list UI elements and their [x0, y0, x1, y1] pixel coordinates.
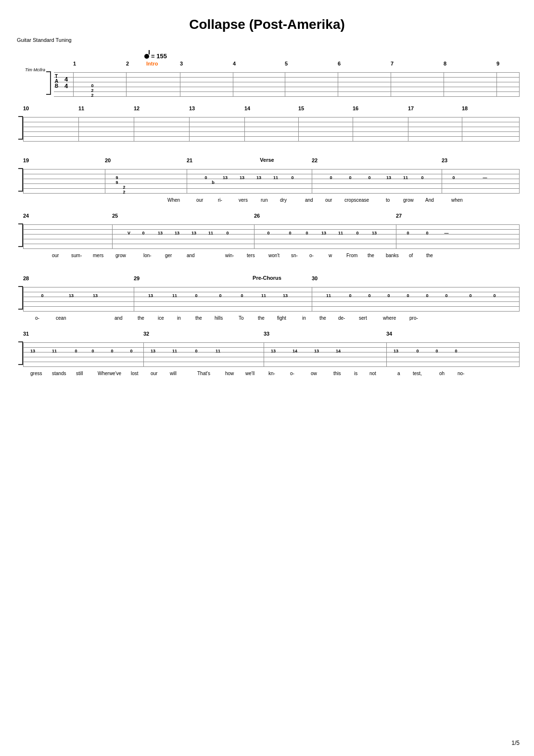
ly6-kn: kn-	[268, 371, 275, 376]
barline-end-3	[519, 169, 520, 194]
s3-line-2	[23, 174, 520, 174]
bar-num-11: 11	[78, 105, 84, 111]
s2-line-2	[23, 122, 520, 122]
s5-n3: 13	[93, 293, 98, 298]
system-1: Tim McIlra TAB 44 1 2	[14, 67, 520, 99]
barline-10	[23, 117, 24, 142]
s6-n12: 14	[292, 349, 297, 353]
s3-line-6	[23, 193, 520, 194]
s4-n11: 13	[321, 231, 326, 235]
v-note-17: 0	[421, 175, 423, 180]
tab-system-verse2: 24 25 26 27 V 0 13 13 13 11 0 0 0 0	[14, 220, 520, 251]
bar-num-16: 16	[353, 105, 358, 111]
lyric-when: When	[167, 197, 180, 203]
tempo-value: = 155	[151, 52, 167, 60]
ly5-ice: ice	[158, 315, 164, 321]
s5-n13: 0	[368, 293, 370, 298]
s4-line-2	[23, 229, 520, 230]
s2-line-4	[23, 131, 520, 132]
barline-end-6	[519, 342, 520, 367]
s6-line-2	[23, 347, 520, 348]
s5-n1: 0	[41, 293, 43, 298]
tab-system-prechorus1: 28 29 30 0 13 13 13 11 0 0 0 11 13 11 0	[14, 282, 520, 313]
staff-lines-1: TAB 44 1 2 3 4 5 6 7 8 9	[54, 67, 520, 99]
s6-n10: 11	[216, 349, 220, 353]
ly4-w: w	[329, 253, 332, 258]
barline-32	[143, 342, 144, 367]
string-line-1	[54, 72, 520, 73]
bar-num-1: 1	[73, 61, 76, 66]
v-note-12: 0	[330, 175, 332, 180]
ly5-the2: the	[195, 315, 202, 321]
lyric-when2: when	[451, 197, 463, 203]
s5-n11: 11	[326, 293, 331, 298]
bar-num-5: 5	[285, 61, 288, 66]
barline-12	[134, 117, 134, 142]
ly5-sert: sert	[359, 315, 367, 321]
barline-11	[78, 117, 79, 142]
bar-num-6: 6	[338, 61, 341, 66]
s5-n17: 0	[445, 293, 447, 298]
barline-27	[396, 224, 396, 249]
bracket-bottom-2	[18, 139, 23, 140]
tempo-display: = 155	[144, 52, 520, 60]
barline-21	[187, 169, 187, 194]
barline-22	[312, 169, 312, 194]
bar-num-17: 17	[408, 105, 414, 111]
ly5-the1: the	[138, 315, 144, 321]
ly6-how: how	[225, 371, 234, 376]
bracket-bottom-4	[18, 246, 23, 247]
ly5-pro: pro-	[409, 315, 418, 321]
s5-line-5	[23, 306, 520, 307]
v-note-9: 13	[256, 175, 261, 180]
bar-num-9: 9	[496, 61, 499, 66]
lyric-vers: vers	[239, 197, 248, 203]
bar-num-31: 31	[23, 331, 29, 337]
s6-n13: 13	[314, 349, 319, 353]
bar-num-29: 29	[134, 275, 140, 281]
bar-num-33: 33	[264, 331, 269, 337]
s4-line-6	[23, 248, 520, 249]
s3-line-3	[23, 179, 520, 179]
s4-n17: —	[445, 231, 449, 235]
ly4-lon: lon-	[143, 253, 152, 258]
s4-line-5	[23, 244, 520, 244]
s5-n6: 0	[195, 293, 197, 298]
tab-system-intro2: 10 11 12 13 14 15 16 17 18	[14, 112, 520, 143]
barline-29	[134, 287, 134, 312]
barline-4	[233, 72, 233, 97]
ly6-this: this	[333, 371, 341, 376]
s4-n4: 13	[175, 231, 179, 235]
v-note-19: —	[483, 175, 487, 180]
s2-line-6	[23, 141, 520, 142]
s4-n10: 0	[305, 231, 308, 235]
system-6: 31 32 33 34 13 11 0 0 0 0 13 11 0 11	[14, 338, 520, 379]
barline-9	[496, 72, 497, 97]
s6-line-4	[23, 357, 520, 357]
s6-n5: 0	[111, 349, 113, 353]
s6-n6: 0	[130, 349, 132, 353]
barline-31	[23, 342, 24, 367]
tab-system-intro1: Tim McIlra TAB 44 1 2	[14, 67, 520, 99]
barline-33	[264, 342, 264, 367]
s6-line-1	[23, 342, 520, 343]
barline-16	[353, 117, 353, 142]
barline-23	[442, 169, 442, 194]
s4-n15: 0	[407, 231, 409, 235]
s6-n14: 14	[336, 349, 341, 353]
s6-n11: 13	[271, 349, 276, 353]
ly6-is: is	[354, 371, 357, 376]
s6-n18: 0	[455, 349, 457, 353]
s6-line-5	[23, 362, 520, 362]
lyrics-row-5: o- cean and the ice in the hills To the …	[23, 315, 520, 324]
bar-num-28: 28	[23, 275, 29, 281]
barline-14	[244, 117, 245, 142]
bracket-line	[50, 71, 51, 95]
s5-n18: 0	[469, 293, 471, 298]
bar-num-34: 34	[386, 331, 392, 337]
s6-n15: 13	[394, 349, 398, 353]
ly6-will: will	[170, 371, 177, 376]
staff-lines-6: 31 32 33 34 13 11 0 0 0 0 13 11 0 11	[23, 338, 520, 369]
string-line-2	[54, 77, 520, 78]
s6-n1: 13	[30, 349, 35, 353]
